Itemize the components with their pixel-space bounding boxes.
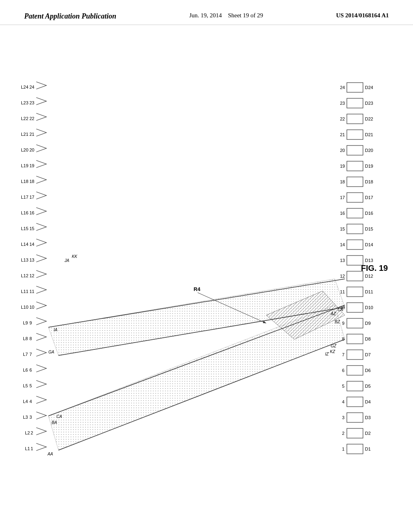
label-L11: L11: [21, 289, 28, 294]
label-L17-n: 17: [29, 195, 34, 200]
label-L5-n: 5: [29, 383, 32, 388]
anno-AA: AA: [47, 452, 53, 456]
label-D12-n: 12: [340, 274, 345, 278]
sheet-info: Sheet 19 of 29: [228, 12, 263, 19]
label-L11-n: 11: [29, 289, 34, 294]
anno-BA: BA: [52, 420, 57, 425]
label-D11: D11: [365, 289, 373, 294]
anno-IA: IA: [54, 328, 58, 332]
label-D2: D2: [365, 431, 371, 436]
pub-date: Jun. 19, 2014: [189, 12, 222, 19]
label-D3-n: 3: [342, 415, 344, 420]
chevron-L21: [36, 129, 46, 136]
label-L7-n: 7: [29, 352, 32, 357]
label-D9-n: 9: [342, 321, 344, 326]
label-D2-n: 2: [342, 431, 344, 436]
chevron-L10: [36, 302, 46, 309]
label-D18-n: 18: [340, 179, 345, 184]
chevron-L13: [36, 255, 46, 262]
box-D7: [347, 350, 363, 360]
label-D7-n: 7: [342, 352, 344, 357]
label-L12: L12: [21, 273, 28, 278]
label-D14-n: 14: [340, 242, 345, 247]
label-L7: L7: [23, 352, 28, 357]
label-D4-n: 4: [342, 399, 344, 404]
chevron-L12: [36, 270, 46, 278]
box-D11: [347, 287, 363, 297]
box-D3: [347, 413, 363, 422]
box-D15: [347, 224, 363, 234]
box-D24: [347, 83, 363, 92]
box-D18: [347, 177, 363, 187]
anno-CA-right: CA: [338, 308, 343, 312]
chevron-L9: [36, 318, 46, 325]
main-diagram-svg: L1 1 L2 2 L3 3 L4 4 L5 5 L6 6 L7: [0, 25, 413, 517]
box-D9: [347, 318, 363, 328]
chevron-L18: [36, 176, 46, 183]
chevron-L22: [36, 113, 46, 121]
chevron-L15: [36, 223, 46, 231]
box-D12: [347, 271, 363, 281]
label-D15: D15: [365, 227, 373, 231]
label-L8-n: 8: [29, 336, 32, 341]
chevron-L19: [36, 160, 46, 168]
label-L1-dup: 1: [31, 446, 33, 451]
label-L22: L22: [21, 116, 28, 121]
anno-KZ: KZ: [330, 349, 336, 354]
label-D12: D12: [365, 274, 373, 278]
label-D16-n: 16: [340, 211, 345, 216]
label-L16-n: 16: [29, 210, 34, 215]
label-L20: L20: [21, 148, 28, 152]
anno-CA-left: CA: [56, 414, 62, 419]
box-D6: [347, 366, 363, 375]
chevron-L5: [36, 380, 46, 388]
label-D14: D14: [365, 242, 373, 247]
label-D17-n: 17: [340, 195, 345, 200]
label-D8: D8: [365, 337, 371, 341]
label-L17: L17: [21, 195, 28, 200]
fig-label: FIG. 19: [361, 264, 388, 272]
label-D7: D7: [365, 352, 371, 357]
label-D10: D10: [365, 305, 373, 310]
label-L15-n: 15: [29, 226, 34, 231]
label-D6: D6: [365, 368, 371, 373]
label-D16: D16: [365, 211, 373, 216]
label-L8: L8: [23, 336, 28, 341]
label-L12-n: 12: [29, 273, 34, 278]
label-L16: L16: [21, 210, 28, 215]
label-L6-n: 6: [29, 368, 32, 372]
chevron-L16: [36, 208, 46, 215]
label-L18-n: 18: [29, 179, 34, 184]
box-D19: [347, 161, 363, 171]
label-L3: L3: [23, 415, 28, 420]
page-header: Patent Application Publication Jun. 19, …: [0, 0, 413, 25]
label-D11-n: 11: [340, 289, 345, 294]
label-D15-n: 15: [340, 227, 345, 231]
box-D8: [347, 334, 363, 344]
label-L2-n: 2: [31, 430, 33, 435]
label-L18: L18: [21, 179, 28, 184]
label-D22-n: 22: [340, 116, 345, 121]
box-D17: [347, 193, 363, 202]
label-D24-n: 24: [340, 85, 345, 90]
label-L9-n: 9: [29, 320, 32, 325]
label-L13: L13: [21, 258, 28, 262]
label-L15: L15: [21, 226, 28, 231]
label-D21-n: 21: [340, 132, 345, 137]
anno-IZ: IZ: [325, 352, 329, 356]
label-L6: L6: [23, 368, 28, 372]
label-D21: D21: [365, 132, 373, 137]
label-D20: D20: [365, 148, 373, 153]
label-L21: L21: [21, 132, 28, 137]
box-D22: [347, 114, 363, 124]
chevron-L2: [36, 428, 46, 435]
label-L4: L4: [23, 399, 28, 404]
label-D4: D4: [365, 399, 371, 404]
diagram-area: L1 1 L2 2 L3 3 L4 4 L5 5 L6 6 L7: [0, 25, 413, 517]
label-L24: L24: [21, 85, 28, 89]
box-D13: [347, 256, 363, 265]
label-D13: D13: [365, 258, 373, 263]
label-D1-n: 1: [342, 447, 344, 451]
box-D16: [347, 208, 363, 218]
label-L19-n: 19: [29, 163, 34, 168]
